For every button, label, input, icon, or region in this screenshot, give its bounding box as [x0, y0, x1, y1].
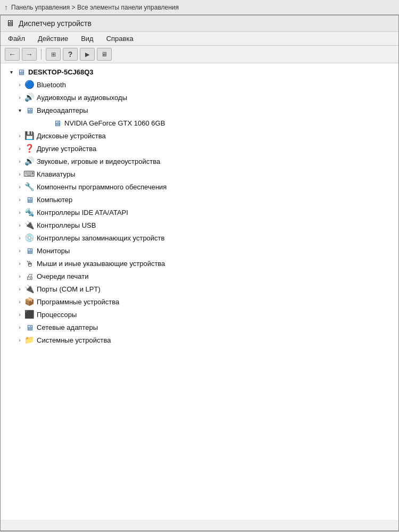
- tree-item-audio[interactable]: › 🔊 Аудиовходы и аудиовыходы: [5, 91, 398, 104]
- monitor-button[interactable]: 🖥: [97, 48, 112, 61]
- forward-button[interactable]: →: [22, 48, 37, 61]
- ports-icon: 🔌: [24, 284, 35, 294]
- video-expand-arrow: ▾: [15, 106, 24, 114]
- computer-icon: 🖥: [15, 66, 26, 77]
- monitor-icon: 🖥: [24, 245, 35, 256]
- tree-item-sound[interactable]: › 🔊 Звуковые, игровые и видеоустройства: [5, 155, 398, 168]
- tree-root: ▾ 🖥 DESKTOP-5CJ68Q3 › 🔵 Bluetooth › 🔊 Ау…: [1, 65, 398, 346]
- cpu-expand-arrow: ›: [15, 310, 24, 319]
- menu-bar: Файл Действие Вид Справка: [1, 32, 398, 46]
- tree-item-disk[interactable]: › 💾 Дисковые устройства: [5, 129, 398, 142]
- tree-item-storage[interactable]: › 💿 Контроллеры запоминающих устройств: [5, 231, 398, 244]
- menu-view[interactable]: Вид: [79, 34, 96, 44]
- tree-root-item[interactable]: ▾ 🖥 DESKTOP-5CJ68Q3: [5, 65, 398, 78]
- sound-expand-arrow: ›: [15, 157, 24, 165]
- tree-item-ports[interactable]: › 🔌 Порты (COM и LPT): [5, 282, 398, 295]
- tree-item-components[interactable]: › 🔧 Компоненты программного обеспечения: [5, 180, 398, 193]
- device-manager-window: 🖥 Диспетчер устройств Файл Действие Вид …: [0, 15, 399, 531]
- tree-item-cpu[interactable]: › ⬛ Процессоры: [5, 308, 398, 321]
- components-icon: 🔧: [24, 181, 35, 192]
- device-tree-panel: ▾ 🖥 DESKTOP-5CJ68Q3 › 🔵 Bluetooth › 🔊 Ау…: [1, 63, 398, 520]
- tree-item-print[interactable]: › 🖨 Очереди печати: [5, 270, 398, 282]
- tree-item-ide[interactable]: › 🔩 Контроллеры IDE ATA/ATAPI: [5, 206, 398, 219]
- network-label: Сетевые адаптеры: [37, 323, 98, 331]
- menu-help[interactable]: Справка: [104, 34, 136, 44]
- prog-icon: 📦: [24, 296, 35, 307]
- tree-item-video[interactable]: ▾ 🖥 Видеоадаптеры: [5, 104, 398, 117]
- usb-expand-arrow: ›: [15, 221, 24, 229]
- disk-expand-arrow: ›: [15, 131, 24, 140]
- mouse-label: Мыши и иные указывающие устройства: [37, 260, 165, 268]
- breadcrumb-bar: ↑ Панель управления > Все элементы панел…: [0, 0, 399, 15]
- storage-expand-arrow: ›: [15, 234, 24, 242]
- cpu-label: Процессоры: [37, 311, 77, 319]
- print-expand-arrow: ›: [15, 272, 24, 280]
- tree-item-network[interactable]: › 🖥 Сетевые адаптеры: [5, 321, 398, 334]
- print-icon: 🖨: [24, 271, 35, 281]
- tree-item-computer[interactable]: › 🖥 Компьютер: [5, 193, 398, 206]
- nvidia-icon: 🖥: [52, 118, 62, 128]
- ide-label: Контроллеры IDE ATA/ATAPI: [37, 209, 128, 217]
- title-icon: 🖥: [6, 19, 14, 28]
- audio-expand-arrow: ›: [15, 93, 24, 102]
- storage-label: Контроллеры запоминающих устройств: [37, 234, 164, 242]
- properties-button[interactable]: ⊞: [46, 48, 61, 61]
- back-button[interactable]: ←: [5, 48, 20, 61]
- menu-file[interactable]: Файл: [6, 34, 27, 44]
- prog-expand-arrow: ›: [15, 297, 24, 306]
- components-expand-arrow: ›: [15, 182, 24, 191]
- print-label: Очереди печати: [37, 272, 89, 280]
- tree-item-mouse[interactable]: › 🖱 Мыши и иные указывающие устройства: [5, 257, 398, 270]
- tree-item-keyboard[interactable]: › ⌨ Клавиатуры: [5, 168, 398, 180]
- keyboard-label: Клавиатуры: [37, 170, 76, 178]
- video-label: Видеоадаптеры: [37, 106, 88, 114]
- tree-item-nvidia[interactable]: › 🖥 NVIDIA GeForce GTX 1060 6GB: [5, 117, 398, 129]
- breadcrumb-text: Панель управления > Все элементы панели …: [11, 4, 179, 11]
- disk-label: Дисковые устройства: [37, 132, 106, 140]
- audio-icon: 🔊: [24, 92, 35, 103]
- ide-icon: 🔩: [24, 207, 35, 218]
- tree-item-system[interactable]: › 📁 Системные устройства: [5, 334, 398, 346]
- system-icon: 📁: [24, 335, 35, 345]
- usb-label: Контроллеры USB: [37, 221, 96, 229]
- tree-item-prog[interactable]: › 📦 Программные устройства: [5, 295, 398, 308]
- storage-icon: 💿: [24, 232, 35, 243]
- ports-expand-arrow: ›: [15, 285, 24, 293]
- keyboard-icon: ⌨: [24, 169, 35, 179]
- help-button[interactable]: ?: [63, 48, 78, 61]
- network-icon: 🖥: [24, 322, 35, 332]
- monitor-label: Мониторы: [37, 247, 70, 255]
- root-expand-arrow: ▾: [7, 68, 15, 76]
- audio-label: Аудиовходы и аудиовыходы: [37, 94, 127, 102]
- other-label: Другие устройства: [37, 145, 96, 153]
- computer-label: Компьютер: [37, 196, 72, 204]
- monitor-expand-arrow: ›: [15, 246, 24, 255]
- keyboard-expand-arrow: ›: [15, 170, 24, 178]
- tree-item-other[interactable]: › ❓ Другие устройства: [5, 142, 398, 155]
- usb-icon: 🔌: [24, 220, 35, 230]
- tree-item-bluetooth[interactable]: › 🔵 Bluetooth: [5, 78, 398, 91]
- disk-icon: 💾: [24, 130, 35, 141]
- pc-icon: 🖥: [24, 194, 35, 205]
- menu-action[interactable]: Действие: [36, 34, 70, 44]
- bluetooth-icon: 🔵: [24, 79, 35, 90]
- toolbar-separator: [41, 49, 41, 60]
- bluetooth-label: Bluetooth: [37, 81, 66, 89]
- prog-label: Программные устройства: [37, 298, 119, 306]
- root-label: DESKTOP-5CJ68Q3: [28, 68, 94, 76]
- up-arrow-icon: ↑: [4, 3, 8, 12]
- sound-icon: 🔊: [24, 156, 35, 167]
- tree-item-monitor[interactable]: › 🖥 Мониторы: [5, 244, 398, 257]
- ide-expand-arrow: ›: [15, 208, 24, 217]
- bluetooth-expand-arrow: ›: [15, 80, 24, 89]
- title-bar: 🖥 Диспетчер устройств: [1, 15, 398, 32]
- video-icon: 🖥: [24, 105, 35, 115]
- other-expand-arrow: ›: [15, 144, 24, 153]
- system-label: Системные устройства: [37, 336, 111, 344]
- mouse-icon: 🖱: [24, 258, 35, 269]
- computer-expand-arrow: ›: [15, 195, 24, 204]
- toolbar: ← → ⊞ ? ▶ 🖥: [1, 46, 398, 63]
- system-expand-arrow: ›: [15, 336, 24, 344]
- tree-item-usb[interactable]: › 🔌 Контроллеры USB: [5, 219, 398, 231]
- update-button[interactable]: ▶: [80, 48, 95, 61]
